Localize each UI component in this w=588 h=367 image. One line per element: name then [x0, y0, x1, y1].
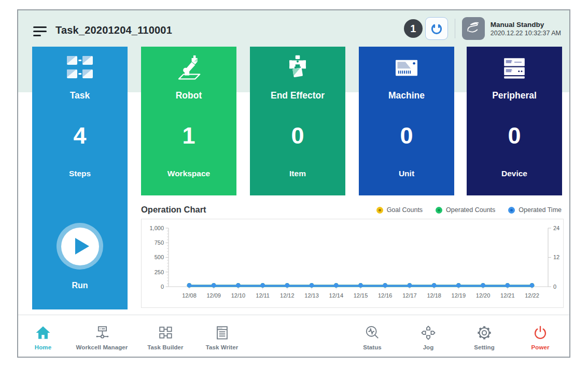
home-icon — [33, 323, 53, 342]
setting-icon — [474, 323, 494, 342]
task-blocks-icon — [65, 54, 94, 81]
machine-icon — [392, 54, 421, 81]
card-task[interactable]: Task 4 Steps Run — [32, 47, 128, 309]
run-label: Run — [32, 281, 128, 290]
card-value: 0 — [250, 122, 345, 149]
header-divider — [455, 19, 455, 38]
svg-text:12/11: 12/11 — [256, 292, 270, 299]
workcell-manager-icon — [92, 323, 112, 342]
power-icon — [530, 323, 550, 342]
card-unit: Item — [250, 169, 345, 178]
svg-text:12/14: 12/14 — [329, 292, 344, 299]
svg-text:12/17: 12/17 — [402, 292, 417, 299]
recovery-button[interactable] — [425, 17, 448, 40]
nav-jog[interactable]: Jog — [400, 321, 456, 350]
svg-text:12/15: 12/15 — [354, 292, 368, 299]
card-robot[interactable]: Robot 1 Workspace — [141, 47, 236, 195]
card-label: End Effector — [250, 90, 345, 101]
timestamp: 2020.12.22 10:32:37 AM — [491, 30, 561, 37]
svg-text:0: 0 — [553, 284, 556, 290]
legend-dot-yellow — [376, 207, 383, 214]
legend-goal-counts[interactable]: Goal Counts — [376, 206, 423, 214]
operation-chart: 02505007501,00012/0812/0912/1012/1112/12… — [141, 219, 564, 308]
svg-text:12/18: 12/18 — [427, 292, 441, 299]
manual-mode-icon[interactable] — [462, 17, 485, 40]
operation-chart-plot: 02505007501,00012/0812/0912/1012/1112/12… — [142, 219, 564, 307]
card-peripheral[interactable]: Peripheral 0 Device — [467, 47, 562, 195]
notification-badge: 1 — [404, 19, 423, 38]
menu-icon[interactable] — [33, 26, 47, 39]
nav-task-builder[interactable]: Task Builder — [137, 321, 194, 350]
svg-text:500: 500 — [155, 254, 164, 260]
card-unit: Steps — [32, 169, 128, 178]
card-machine[interactable]: Machine 0 Unit — [359, 47, 454, 195]
nav-power[interactable]: Power — [512, 321, 568, 350]
card-value: 1 — [141, 122, 236, 149]
peripheral-icon — [500, 54, 529, 81]
nav-setting[interactable]: Setting — [456, 321, 512, 350]
svg-text:24: 24 — [553, 225, 559, 231]
card-label: Peripheral — [467, 90, 562, 101]
task-writer-icon — [212, 323, 232, 342]
bottom-nav: Home Workcell Manager — [18, 315, 569, 357]
svg-text:12/20: 12/20 — [476, 292, 491, 299]
svg-text:12/09: 12/09 — [206, 292, 221, 299]
nav-home[interactable]: Home — [19, 321, 67, 350]
card-value: 0 — [467, 122, 562, 149]
card-unit: Workspace — [141, 169, 236, 178]
legend-dot-green — [436, 207, 442, 214]
card-value: 0 — [359, 122, 454, 149]
chart-legend: Goal Counts Operated Counts Operated Tim… — [376, 206, 562, 214]
legend-operated-time[interactable]: Operated Time — [508, 206, 562, 214]
robot-arm-icon — [174, 54, 203, 81]
chart-title: Operation Chart — [141, 205, 206, 215]
robot-mode-label: Manual Standby — [491, 21, 561, 29]
legend-dot-blue — [508, 207, 515, 214]
svg-text:12/16: 12/16 — [378, 292, 393, 299]
svg-text:750: 750 — [155, 239, 164, 246]
recovery-icon — [429, 21, 444, 36]
nav-status[interactable]: Status — [344, 321, 400, 350]
gripper-icon — [283, 54, 312, 81]
run-button[interactable] — [57, 223, 103, 270]
card-unit: Device — [467, 169, 562, 178]
svg-text:12/13: 12/13 — [304, 292, 319, 299]
svg-text:1,000: 1,000 — [149, 225, 164, 231]
card-end-effector[interactable]: End Effector 0 Item — [250, 47, 345, 195]
status-icon — [362, 323, 382, 342]
nav-workcell-manager[interactable]: Workcell Manager — [67, 321, 137, 350]
card-label: Robot — [141, 90, 236, 101]
svg-text:250: 250 — [155, 269, 164, 275]
hand-gesture-icon — [465, 20, 482, 37]
task-builder-icon — [156, 323, 175, 342]
play-icon — [75, 238, 89, 255]
svg-text:12/10: 12/10 — [231, 292, 246, 299]
svg-text:0: 0 — [161, 284, 164, 290]
page-title: Task_20201204_110001 — [55, 24, 172, 36]
app-window: Task_20201204_110001 1 Manual Standby 20… — [17, 9, 570, 358]
svg-text:12/12: 12/12 — [280, 292, 295, 299]
svg-text:12/22: 12/22 — [525, 292, 539, 299]
nav-task-writer[interactable]: Task Writer — [194, 321, 250, 350]
svg-text:12/08: 12/08 — [182, 292, 197, 299]
svg-text:12: 12 — [553, 254, 559, 260]
card-value: 4 — [32, 122, 128, 149]
card-unit: Unit — [359, 169, 454, 178]
card-label: Task — [32, 90, 128, 101]
svg-text:12/19: 12/19 — [452, 292, 466, 299]
card-label: Machine — [359, 90, 454, 101]
legend-operated-counts[interactable]: Operated Counts — [436, 206, 495, 214]
svg-text:12/21: 12/21 — [500, 292, 515, 299]
jog-icon — [418, 323, 438, 342]
